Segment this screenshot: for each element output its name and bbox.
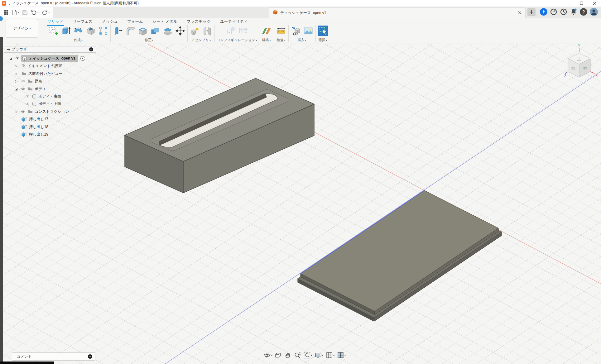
maximize-button[interactable] — [575, 0, 588, 7]
visibility-eye-icon[interactable] — [21, 87, 26, 90]
configure-button[interactable] — [225, 26, 236, 36]
browser-item-extrude18[interactable]: 押し出し18 — [7, 123, 51, 130]
expand-toggle-icon[interactable]: ▷ — [14, 79, 19, 83]
expand-toggle-icon[interactable]: ◢ — [8, 57, 13, 60]
job-status-icon[interactable] — [550, 8, 557, 16]
hole-button[interactable] — [85, 26, 96, 36]
revolve-button[interactable] — [73, 26, 84, 36]
visibility-eye-icon[interactable] — [21, 110, 26, 113]
tree-item-label: ティッシュケース_open v1 — [29, 56, 75, 61]
insert-object-button[interactable] — [291, 26, 301, 36]
browser-item-root[interactable]: ◢ ティッシュケース_open v1 — [7, 55, 85, 62]
modify-group-label[interactable]: 修正 — [145, 38, 153, 42]
browser-item-construction[interactable]: ▷ コンストラクション — [7, 108, 72, 115]
visibility-eye-icon[interactable] — [15, 57, 20, 60]
browser-item-extrude19[interactable]: 押し出し19 — [7, 131, 51, 138]
look-at-icon[interactable] — [275, 352, 281, 359]
expand-toggle-icon[interactable]: ◢ — [14, 87, 19, 91]
redo-icon[interactable] — [41, 8, 50, 17]
joint-button[interactable] — [202, 26, 213, 36]
select-group-label[interactable]: 選択 — [319, 38, 327, 42]
create-group-label[interactable]: 作成 — [74, 38, 83, 42]
expand-toggle-icon[interactable]: ▷ — [14, 72, 19, 75]
fit-icon[interactable] — [304, 352, 312, 359]
browser-panel-header[interactable]: ◀◀ ブラウザ − — [4, 46, 96, 53]
new-component-button[interactable] — [190, 26, 200, 36]
extrude-button[interactable] — [60, 26, 71, 36]
extrude-feature-icon — [21, 117, 27, 122]
scene-3d — [0, 44, 601, 364]
close-window-button[interactable] — [588, 0, 601, 7]
measure-button[interactable] — [276, 26, 286, 36]
tree-item-label: 名前の付いたビュー — [28, 71, 62, 76]
select-button[interactable] — [318, 26, 328, 36]
extensions-icon[interactable] — [540, 8, 547, 16]
viewcube-z-axis — [565, 72, 568, 74]
press-pull-button[interactable] — [113, 26, 123, 36]
orbit-icon[interactable] — [263, 352, 272, 359]
fillet-button[interactable] — [125, 26, 136, 36]
document-tab[interactable]: ティッシュケース_open v1 — [269, 7, 526, 18]
view-cube[interactable]: 上 前 右 Y Z X — [564, 44, 601, 81]
browser-item-origin[interactable]: ▷ 原点 — [7, 78, 45, 84]
workspace-selector[interactable]: デザイン — [6, 19, 38, 38]
display-settings-icon[interactable] — [315, 352, 323, 359]
construct-group-label[interactable]: 構築 — [262, 38, 271, 42]
viewports-icon[interactable] — [337, 352, 346, 359]
pattern-button[interactable] — [98, 26, 108, 36]
browser-item-body-bottom[interactable]: ボディ・底面 — [7, 93, 64, 100]
viewcube-right-label: 右 — [583, 66, 587, 71]
visibility-eye-icon[interactable] — [25, 102, 30, 105]
timeline-stub — [0, 362, 54, 364]
notifications-icon[interactable] — [570, 8, 577, 16]
comment-bar[interactable]: コメント + — [12, 352, 95, 361]
move-copy-button[interactable] — [175, 26, 185, 36]
activate-component-radio[interactable] — [80, 56, 85, 61]
ribbon-groups: 作成 — [46, 25, 330, 42]
browser-item-body-top[interactable]: ボディ・上面 — [7, 100, 64, 107]
version-history-icon[interactable] — [560, 8, 567, 16]
browser-item-extrude17[interactable]: 押し出し17 — [7, 116, 51, 122]
inspect-group-label[interactable]: 検査 — [277, 38, 286, 42]
close-tab-icon[interactable] — [517, 10, 523, 16]
offset-face-button[interactable] — [162, 26, 173, 36]
zoom-icon[interactable] — [294, 352, 301, 359]
canvas-button[interactable] — [303, 26, 314, 36]
insert-group-label[interactable]: 挿入 — [298, 38, 306, 42]
browser-item-named-views[interactable]: ▷ 名前の付いたビュー — [7, 70, 65, 77]
account-avatar[interactable] — [590, 8, 598, 16]
collapse-panel-icon[interactable]: ◀◀ — [7, 48, 9, 51]
construction-plane-button[interactable] — [261, 26, 272, 36]
file-menu-icon[interactable] — [11, 8, 20, 17]
help-icon[interactable]: ? — [580, 8, 587, 16]
ribbon-group-modify: 修正 — [111, 25, 187, 42]
expand-toggle-icon[interactable]: ▷ — [14, 64, 19, 68]
add-comment-icon[interactable]: + — [88, 354, 92, 359]
new-tab-button[interactable] — [527, 8, 536, 16]
document-cube-icon — [273, 10, 278, 16]
ribbon-group-select: 選択 — [316, 25, 330, 42]
minimize-button[interactable] — [562, 0, 575, 7]
component-icon — [22, 56, 27, 61]
tissue-case-base-plate[interactable] — [298, 190, 502, 321]
grid-settings-icon[interactable] — [326, 352, 334, 359]
visibility-eye-icon[interactable] — [25, 95, 30, 98]
visibility-off-icon[interactable] — [21, 79, 26, 83]
configuration-table-button[interactable] — [238, 26, 248, 36]
save-icon[interactable] — [21, 8, 29, 17]
assembly-group-label[interactable]: アセンブリ — [191, 38, 211, 42]
create-sketch-button[interactable] — [48, 26, 59, 36]
browser-item-document-settings[interactable]: ▷ ドキュメントの設定 — [7, 62, 65, 69]
expand-toggle-icon[interactable]: ▷ — [14, 110, 19, 113]
combine-button[interactable] — [150, 26, 161, 36]
pan-icon[interactable] — [284, 352, 291, 359]
configuration-group-label[interactable]: コンフィギュレーション — [217, 38, 257, 42]
extrude-feature-icon — [21, 132, 27, 137]
minimize-panel-icon[interactable]: − — [89, 47, 93, 51]
browser-item-bodies[interactable]: ◢ ボディ — [7, 85, 49, 92]
app-grid-icon[interactable] — [2, 8, 9, 17]
window-title: ティッシュケース_open v1 (g catsin) - Autodesk F… — [8, 1, 139, 6]
undo-icon[interactable] — [30, 8, 40, 17]
shell-button[interactable] — [137, 26, 148, 36]
tissue-case-top-cover[interactable] — [125, 78, 314, 193]
